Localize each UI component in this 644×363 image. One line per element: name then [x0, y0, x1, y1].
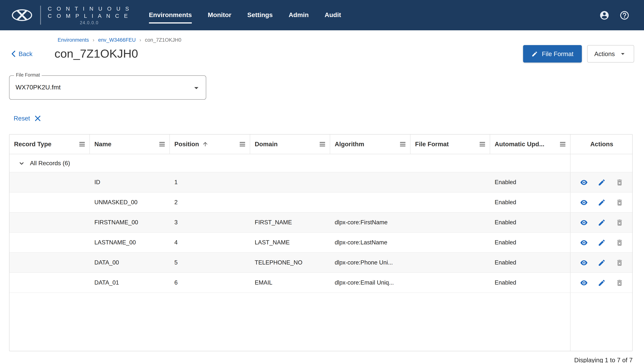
cell-position: 2 — [170, 192, 250, 212]
file-format-select-value: WX70PK2U.fmt — [16, 76, 61, 99]
column-menu-icon[interactable] — [158, 141, 166, 148]
cell-file-format — [410, 233, 490, 252]
delete-icon[interactable] — [616, 198, 624, 206]
nav-item-admin[interactable]: Admin — [289, 8, 309, 23]
view-icon[interactable] — [580, 178, 588, 186]
actions-column-spacer — [570, 154, 633, 172]
view-icon[interactable] — [580, 218, 588, 226]
clear-filter-icon[interactable] — [34, 115, 41, 122]
edit-icon[interactable] — [598, 198, 606, 206]
cell-file-format — [410, 192, 490, 212]
cell-actions — [570, 172, 633, 192]
cell-domain: FIRST_NAME — [250, 213, 330, 232]
view-icon[interactable] — [580, 279, 588, 287]
cell-name: DATA_00 — [90, 253, 170, 273]
cell-automatic-update: Enabled — [490, 233, 570, 252]
cell-position: 4 — [170, 233, 250, 252]
cell-actions — [570, 253, 633, 273]
view-icon[interactable] — [580, 259, 588, 267]
edit-icon[interactable] — [598, 279, 606, 287]
delete-icon[interactable] — [616, 239, 624, 247]
column-menu-icon[interactable] — [479, 141, 486, 148]
nav-item-settings[interactable]: Settings — [247, 8, 273, 23]
record-group-row: All Records (6) — [10, 154, 632, 172]
column-menu-icon[interactable] — [399, 141, 406, 148]
delete-icon[interactable] — [616, 178, 624, 186]
edit-icon[interactable] — [598, 178, 606, 186]
table-row: FIRSTNAME_00 3 FIRST_NAME dlpx-core:Firs… — [10, 213, 632, 233]
cell-algorithm: dlpx-core:Email Uniq... — [330, 273, 410, 293]
actions-column-spacer — [570, 293, 633, 351]
cell-domain: TELEPHONE_NO — [250, 253, 330, 273]
records-table: Record Type Name Position Domain Algorit… — [9, 134, 633, 351]
chevron-left-icon — [11, 50, 16, 57]
breadcrumb-environments[interactable]: Environments — [58, 37, 89, 43]
collapse-group-icon[interactable] — [18, 159, 26, 167]
brand-version: 24.0.0.0 — [48, 21, 130, 25]
column-menu-icon[interactable] — [239, 141, 246, 148]
file-format-button[interactable]: File Format — [523, 45, 582, 62]
column-menu-icon[interactable] — [78, 141, 86, 148]
cell-name: DATA_01 — [90, 273, 170, 293]
back-button[interactable]: Back — [11, 50, 32, 57]
brand-divider — [40, 6, 41, 25]
breadcrumb-separator-icon: › — [93, 37, 94, 43]
view-icon[interactable] — [580, 198, 588, 206]
caret-down-icon — [618, 50, 627, 58]
cell-algorithm: dlpx-core:Phone Uni... — [330, 253, 410, 273]
breadcrumb-separator-icon: › — [140, 37, 141, 43]
cell-automatic-update: Enabled — [490, 253, 570, 273]
pencil-icon — [532, 50, 538, 57]
help-icon[interactable] — [619, 10, 630, 20]
app-root: C O N T I N U O U S C O M P L I A N C E … — [0, 0, 644, 363]
table-header-row: Record Type Name Position Domain Algorit… — [10, 134, 632, 154]
reset-link[interactable]: Reset — [14, 115, 30, 122]
column-menu-icon[interactable] — [319, 141, 326, 148]
file-format-select[interactable]: File Format WX70PK2U.fmt — [9, 75, 206, 100]
nav-item-audit[interactable]: Audit — [325, 8, 341, 23]
cell-position: 3 — [170, 213, 250, 232]
cell-automatic-update: Enabled — [490, 192, 570, 212]
table-row: ID 1 Enabled — [10, 172, 632, 192]
delete-icon[interactable] — [616, 279, 624, 287]
column-header-record-type: Record Type — [10, 134, 90, 154]
column-header-name: Name — [90, 134, 170, 154]
breadcrumb-current: con_7Z1OKJH0 — [145, 37, 181, 43]
breadcrumb-environment[interactable]: env_W3466FEU — [98, 37, 136, 43]
sort-ascending-icon[interactable] — [202, 141, 208, 147]
delete-icon[interactable] — [616, 259, 624, 267]
column-label: Record Type — [14, 141, 51, 148]
brand-block: C O N T I N U O U S C O M P L I A N C E … — [10, 5, 130, 25]
column-menu-icon[interactable] — [559, 141, 566, 148]
delete-icon[interactable] — [616, 218, 624, 226]
cell-record-type — [10, 213, 90, 232]
actions-menu-button[interactable]: Actions — [587, 45, 634, 62]
column-header-algorithm: Algorithm — [330, 134, 410, 154]
nav-item-environments[interactable]: Environments — [149, 8, 192, 23]
table-empty-area — [10, 293, 632, 351]
breadcrumb: Environments › env_W3466FEU › con_7Z1OKJ… — [58, 37, 644, 43]
cell-record-type — [10, 273, 90, 293]
column-label: File Format — [415, 141, 449, 148]
account-icon[interactable] — [599, 10, 610, 20]
nav-item-monitor[interactable]: Monitor — [208, 8, 232, 23]
back-label: Back — [18, 50, 32, 57]
cell-algorithm — [330, 172, 410, 192]
edit-icon[interactable] — [598, 239, 606, 247]
column-label: Actions — [590, 141, 613, 148]
cell-domain — [250, 192, 330, 212]
edit-icon[interactable] — [598, 259, 606, 267]
column-header-actions: Actions — [570, 134, 633, 154]
view-icon[interactable] — [580, 239, 588, 247]
cell-actions — [570, 233, 633, 252]
nav-links: Environments Monitor Settings Admin Audi… — [149, 0, 341, 30]
column-label: Algorithm — [335, 141, 364, 148]
file-format-button-label: File Format — [542, 50, 574, 57]
cell-algorithm: dlpx-core:LastName — [330, 233, 410, 252]
cell-name: UNMASKED_00 — [90, 192, 170, 212]
pagination-status: Displaying 1 to 7 of 7 — [0, 357, 633, 363]
record-group-main[interactable]: All Records (6) — [10, 154, 570, 172]
cell-record-type — [10, 233, 90, 252]
actions-button-label: Actions — [594, 50, 615, 57]
edit-icon[interactable] — [598, 218, 606, 226]
